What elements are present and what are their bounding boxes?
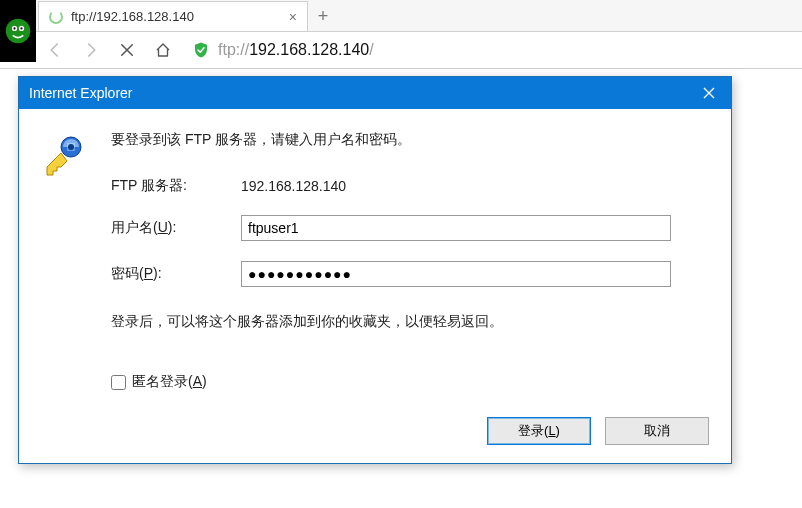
shield-icon <box>192 41 210 59</box>
svg-point-7 <box>68 144 74 150</box>
tab-strip: ftp://192.168.128.140 × + <box>0 0 802 32</box>
svg-point-3 <box>13 27 15 29</box>
anonymous-checkbox[interactable] <box>111 375 126 390</box>
username-label: 用户名(U): <box>111 219 241 237</box>
dialog-buttons: 登录(L) 取消 <box>19 409 731 463</box>
svg-point-4 <box>20 27 22 29</box>
arrow-left-icon <box>46 41 64 59</box>
back-button[interactable] <box>44 39 66 61</box>
dialog-title: Internet Explorer <box>29 85 687 101</box>
server-value: 192.168.128.140 <box>241 178 709 194</box>
url-host: 192.168.128.140 <box>249 41 369 58</box>
dialog-note: 登录后，可以将这个服务器添加到你的收藏夹，以便轻易返回。 <box>111 307 709 331</box>
dialog-instruction: 要登录到该 FTP 服务器，请键入用户名和密码。 <box>111 131 709 149</box>
cancel-button[interactable]: 取消 <box>605 417 709 445</box>
close-icon <box>118 41 136 59</box>
home-button[interactable] <box>152 39 174 61</box>
forward-button[interactable] <box>80 39 102 61</box>
home-icon <box>154 41 172 59</box>
tab-title: ftp://192.168.128.140 <box>71 9 194 24</box>
server-label: FTP 服务器: <box>111 177 241 195</box>
svg-point-0 <box>6 19 31 44</box>
browser-logo-icon <box>4 17 32 45</box>
login-button[interactable]: 登录(L) <box>487 417 591 445</box>
anonymous-label[interactable]: 匿名登录(A) <box>132 373 207 391</box>
tab-close-button[interactable]: × <box>289 10 297 24</box>
browser-chrome: ftp://192.168.128.140 × + ftp://192.168.… <box>0 0 802 69</box>
login-dialog: Internet Explorer 要登录到该 FTP 服务器，请键入用户名和密… <box>18 76 732 464</box>
plus-icon: + <box>318 6 329 27</box>
app-favicon <box>0 0 36 62</box>
dialog-body: 要登录到该 FTP 服务器，请键入用户名和密码。 FTP 服务器: 192.16… <box>19 109 731 409</box>
arrow-right-icon <box>82 41 100 59</box>
credentials-icon <box>41 131 89 184</box>
url-trailing: / <box>369 41 373 58</box>
address-bar[interactable]: ftp://192.168.128.140/ <box>188 41 794 59</box>
dialog-titlebar[interactable]: Internet Explorer <box>19 77 731 109</box>
address-text: ftp://192.168.128.140/ <box>218 41 374 59</box>
loading-spinner-icon <box>49 10 63 24</box>
username-input[interactable] <box>241 215 671 241</box>
close-icon <box>703 87 715 99</box>
new-tab-button[interactable]: + <box>308 1 338 31</box>
password-input[interactable] <box>241 261 671 287</box>
toolbar: ftp://192.168.128.140/ <box>0 32 802 68</box>
dialog-close-button[interactable] <box>687 77 731 109</box>
url-protocol: ftp:// <box>218 41 249 58</box>
stop-button[interactable] <box>116 39 138 61</box>
login-form: FTP 服务器: 192.168.128.140 用户名(U): 密码(P): … <box>111 177 709 391</box>
password-label: 密码(P): <box>111 265 241 283</box>
active-tab[interactable]: ftp://192.168.128.140 × <box>38 1 308 31</box>
